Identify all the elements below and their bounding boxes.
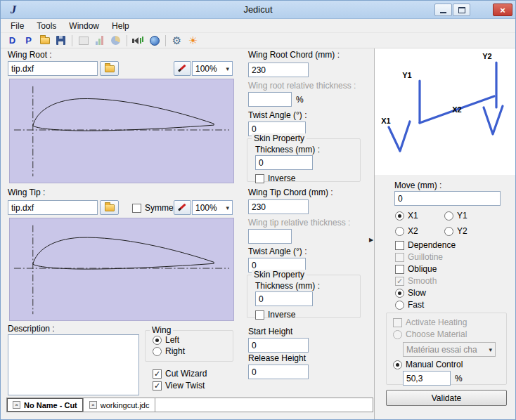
checkbox-box bbox=[395, 265, 404, 274]
menu-window[interactable]: Window bbox=[63, 20, 105, 32]
tip-chord-input[interactable] bbox=[248, 199, 309, 214]
close-tab-icon[interactable]: × bbox=[13, 401, 20, 409]
radio-circle bbox=[153, 336, 162, 345]
move-input[interactable] bbox=[394, 191, 501, 206]
cut-wizard-checkbox[interactable]: Cut Wizard bbox=[153, 369, 207, 379]
wing-root-label: Wing Root : bbox=[8, 50, 52, 60]
root-inverse-checkbox[interactable]: Inverse bbox=[255, 173, 295, 183]
tip-inverse-checkbox[interactable]: Inverse bbox=[255, 310, 295, 320]
document-tabs: × No Name - Cut × workingcut.jdc bbox=[6, 398, 373, 412]
fast-radio[interactable]: Fast bbox=[395, 300, 424, 310]
start-height-input[interactable] bbox=[248, 338, 309, 353]
plt-import-icon[interactable]: P bbox=[20, 34, 37, 48]
wing-tip-edit-button[interactable] bbox=[174, 200, 191, 215]
maximize-button[interactable] bbox=[453, 4, 470, 16]
description-label: Description : bbox=[8, 324, 55, 334]
manual-percent-input[interactable] bbox=[403, 371, 451, 386]
slow-radio[interactable]: Slow bbox=[395, 288, 426, 298]
activate-heating-checkbox: Activate Heating bbox=[393, 317, 467, 327]
maximize-icon bbox=[458, 7, 465, 13]
wing-right-radio[interactable]: Right bbox=[153, 346, 185, 356]
validate-button[interactable]: Validate bbox=[386, 390, 507, 406]
wing-tip-label: Wing Tip : bbox=[8, 188, 45, 197]
chevron-down-icon: ▾ bbox=[226, 204, 229, 211]
view-twist-checkbox[interactable]: View Twist bbox=[153, 381, 205, 391]
root-skin-thickness-input[interactable] bbox=[255, 155, 313, 170]
tab-label: workingcut.jdc bbox=[101, 401, 150, 409]
oblique-checkbox[interactable]: Oblique bbox=[395, 264, 437, 274]
axis-label-y1: Y1 bbox=[402, 71, 411, 79]
radio-circle bbox=[153, 347, 162, 356]
checkbox-box bbox=[395, 253, 404, 262]
close-tab-icon[interactable]: × bbox=[89, 401, 97, 409]
toolbar-separator bbox=[127, 35, 127, 46]
manual-control-radio[interactable]: Manual Control bbox=[393, 360, 463, 369]
smooth-checkbox: Smooth bbox=[395, 276, 437, 286]
sound-icon[interactable] bbox=[130, 34, 146, 48]
material-select: Matériau essai cha ▾ bbox=[403, 342, 496, 357]
tip-skin-thickness-input[interactable] bbox=[255, 291, 313, 306]
save-icon[interactable] bbox=[53, 34, 69, 48]
folder-icon bbox=[105, 65, 115, 72]
tab-no-name-cut[interactable]: × No Name - Cut bbox=[7, 398, 84, 412]
root-skin-title: Skin Property bbox=[252, 133, 307, 143]
wing-group-title: Wing bbox=[150, 325, 173, 335]
toolbar: D P ⚙ ☀ bbox=[1, 33, 515, 48]
checkbox-box bbox=[395, 241, 404, 250]
radio-circle bbox=[444, 227, 453, 236]
menu-help[interactable]: Help bbox=[105, 20, 136, 32]
manual-percent-label: % bbox=[455, 374, 463, 383]
axis-label-x2: X2 bbox=[452, 105, 461, 114]
root-thickness-input[interactable] bbox=[248, 92, 292, 107]
wing-tip-browse-button[interactable] bbox=[100, 200, 119, 215]
menu-tools[interactable]: Tools bbox=[30, 20, 63, 32]
menu-file[interactable]: File bbox=[4, 20, 30, 32]
dependence-checkbox[interactable]: Dependence bbox=[395, 240, 456, 250]
wing-root-profile-preview bbox=[9, 79, 234, 183]
axis-x2-radio[interactable]: X2 bbox=[395, 226, 418, 236]
heating-sun-icon[interactable]: ☀ bbox=[185, 34, 201, 48]
choose-material-radio: Choose Material bbox=[393, 329, 467, 339]
dxf-import-icon[interactable]: D bbox=[4, 34, 20, 48]
move-label: Move (mm) : bbox=[394, 181, 441, 190]
radio-circle bbox=[395, 211, 404, 221]
axis-y1-radio[interactable]: Y1 bbox=[444, 211, 467, 221]
checkbox-box bbox=[255, 174, 264, 183]
toolbar-separator bbox=[72, 35, 72, 46]
tip-chord-label: Wing Tip Chord (mm) : bbox=[248, 188, 333, 197]
wing-tip-zoom-select[interactable]: 100% ▾ bbox=[192, 200, 233, 215]
wing-left-radio[interactable]: Left bbox=[153, 335, 179, 345]
root-skin-thickness-label: Thickness (mm) : bbox=[255, 145, 320, 155]
wing-root-zoom-select[interactable]: 100% ▾ bbox=[192, 61, 233, 76]
tab-workingcut-jdc[interactable]: × workingcut.jdc bbox=[84, 398, 156, 412]
root-chord-input[interactable] bbox=[248, 63, 309, 77]
open-file-icon[interactable] bbox=[37, 34, 53, 48]
minimize-icon bbox=[440, 12, 446, 13]
wing-tip-file-input[interactable] bbox=[8, 200, 98, 215]
settings-gear-icon[interactable]: ⚙ bbox=[169, 34, 185, 48]
wing-root-browse-button[interactable] bbox=[100, 61, 119, 76]
brush-icon bbox=[177, 203, 188, 213]
checkbox-box bbox=[255, 310, 264, 320]
description-textarea[interactable] bbox=[8, 334, 139, 395]
radio-circle bbox=[395, 301, 404, 310]
axis-x1-radio[interactable]: X1 bbox=[395, 211, 418, 221]
root-chord-label: Wing Root Chord (mm) : bbox=[248, 50, 340, 60]
release-height-input[interactable] bbox=[248, 365, 309, 379]
tip-twist-label: Twist Angle (°) : bbox=[248, 247, 307, 256]
radio-circle bbox=[393, 360, 402, 369]
release-height-label: Release Height bbox=[248, 353, 306, 363]
wing-root-file-input[interactable] bbox=[8, 61, 98, 76]
close-button[interactable]: × bbox=[493, 4, 512, 16]
axis-y2-radio[interactable]: Y2 bbox=[444, 226, 467, 236]
tip-skin-title: Skin Property bbox=[252, 270, 307, 280]
guillotine-checkbox: Guillotine bbox=[395, 252, 443, 262]
minimize-button[interactable] bbox=[434, 4, 452, 16]
tip-thickness-input[interactable] bbox=[248, 229, 292, 244]
chevron-down-icon: ▾ bbox=[489, 346, 492, 353]
wing-tip-profile-preview bbox=[9, 218, 234, 321]
tab-label: No Name - Cut bbox=[24, 401, 77, 409]
language-globe-icon[interactable] bbox=[146, 34, 162, 48]
checkbox-box bbox=[395, 277, 404, 286]
wing-root-edit-button[interactable] bbox=[174, 61, 191, 76]
